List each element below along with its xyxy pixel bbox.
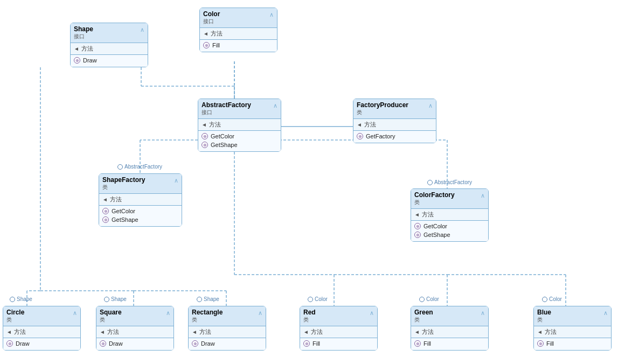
- square-header: Square 类 ∧: [96, 306, 173, 326]
- square-connector-circle: [104, 297, 109, 302]
- abstractfactory-section-header: ◄ 方法: [202, 120, 277, 129]
- blue-method-fill: ⊕ Fill: [537, 339, 608, 348]
- abstractfactory-section-arrow: ◄: [202, 122, 207, 128]
- red-section-header: ◄ 方法: [303, 327, 374, 337]
- square-methods: ⊕ Draw: [96, 338, 173, 350]
- abstractfactory-collapse-icon[interactable]: ∧: [273, 102, 277, 109]
- color-collapse-icon[interactable]: ∧: [269, 11, 274, 18]
- factoryproducer-method-getfactory: ⊕ GetFactory: [357, 132, 433, 141]
- colorfactory-connector-label: AbstractFactory: [427, 179, 472, 185]
- rectangle-type: 类: [192, 316, 223, 324]
- factoryproducer-header-text: FactoryProducer 类: [357, 101, 408, 116]
- blue-fill-icon: ⊕: [537, 340, 544, 347]
- shapefactory-collapse-icon[interactable]: ∧: [174, 177, 178, 184]
- circle-header: Circle 类 ∧: [3, 306, 80, 326]
- diagram-canvas: Shape 接口 ∧ ◄ 方法 ⊕ Draw Color 接口 ∧: [0, 0, 618, 364]
- abstractfactory-getcolor-label: GetColor: [211, 133, 234, 139]
- red-methods: ⊕ Fill: [300, 338, 377, 350]
- factoryproducer-methods: ⊕ GetFactory: [353, 131, 436, 143]
- green-collapse-icon[interactable]: ∧: [481, 310, 485, 317]
- color-header: Color 接口 ∧: [200, 8, 277, 28]
- square-section: ◄ 方法: [96, 326, 173, 338]
- red-type: 类: [303, 316, 316, 324]
- shapefactory-section-arrow: ◄: [102, 197, 108, 202]
- circle-methods: ⊕ Draw: [3, 338, 80, 350]
- rectangle-box: Rectangle 类 ∧ ◄ 方法 ⊕ Draw: [188, 306, 266, 351]
- rectangle-methods: ⊕ Draw: [189, 338, 266, 350]
- color-section-label: 方法: [211, 30, 223, 38]
- factoryproducer-title: FactoryProducer: [357, 101, 408, 109]
- colorfactory-section-label: 方法: [422, 211, 434, 219]
- factoryproducer-header: FactoryProducer 类 ∧: [353, 99, 436, 119]
- green-section: ◄ 方法: [411, 326, 488, 338]
- rectangle-header-text: Rectangle 类: [192, 309, 223, 324]
- shape-section-arrow: ◄: [74, 46, 79, 52]
- shape-section-label: 方法: [81, 45, 93, 53]
- color-box: Color 接口 ∧ ◄ 方法 ⊕ Fill: [199, 8, 277, 52]
- blue-collapse-icon[interactable]: ∧: [603, 310, 608, 317]
- shape-section-header: ◄ 方法: [74, 44, 144, 53]
- circle-section-header: ◄ 方法: [6, 327, 77, 337]
- square-header-text: Square 类: [100, 309, 122, 324]
- green-box: Green 类 ∧ ◄ 方法 ⊕ Fill: [411, 306, 489, 351]
- color-fill-label: Fill: [212, 42, 220, 48]
- colorfactory-connector-text: AbstractFactory: [434, 179, 472, 185]
- square-box: Square 类 ∧ ◄ 方法 ⊕ Draw: [96, 306, 174, 351]
- shape-collapse-icon[interactable]: ∧: [140, 26, 144, 33]
- green-section-arrow: ◄: [414, 329, 420, 335]
- green-connector-label: Color: [419, 296, 439, 302]
- red-connector-circle: [308, 297, 313, 302]
- square-collapse-icon[interactable]: ∧: [166, 310, 170, 317]
- shape-box: Shape 接口 ∧ ◄ 方法 ⊕ Draw: [70, 23, 148, 67]
- green-fill-label: Fill: [423, 340, 431, 347]
- factoryproducer-section: ◄ 方法: [353, 119, 436, 131]
- shapefactory-header: ShapeFactory 类 ∧: [99, 174, 182, 194]
- rectangle-section-arrow: ◄: [192, 329, 197, 335]
- abstractfactory-header: AbstractFactory 接口 ∧: [198, 99, 281, 119]
- blue-section-label: 方法: [545, 328, 557, 336]
- rectangle-draw-icon: ⊕: [192, 340, 198, 347]
- circle-collapse-icon[interactable]: ∧: [73, 310, 77, 317]
- red-connector-text: Color: [315, 296, 328, 302]
- abstractfactory-title: AbstractFactory: [202, 101, 251, 109]
- factoryproducer-box: FactoryProducer 类 ∧ ◄ 方法 ⊕ GetFactory: [353, 99, 436, 143]
- rectangle-connector-label: Shape: [197, 296, 219, 302]
- circle-type: 类: [6, 316, 24, 324]
- red-section-arrow: ◄: [303, 329, 309, 335]
- abstractfactory-methods: ⊕ GetColor ⊕ GetShape: [198, 131, 281, 151]
- shapefactory-header-text: ShapeFactory 类: [102, 176, 145, 191]
- square-section-header: ◄ 方法: [100, 327, 170, 337]
- abstractfactory-getshape-icon: ⊕: [202, 142, 208, 148]
- red-box: Red 类 ∧ ◄ 方法 ⊕ Fill: [300, 306, 378, 351]
- color-methods: ⊕ Fill: [200, 40, 277, 52]
- shapefactory-connector-text: AbstractFactory: [124, 164, 162, 170]
- square-connector-label: Shape: [104, 296, 127, 302]
- shapefactory-section-label: 方法: [110, 195, 122, 204]
- colorfactory-collapse-icon[interactable]: ∧: [481, 192, 485, 199]
- colorfactory-getshape-icon: ⊕: [414, 232, 421, 238]
- colorfactory-method-getshape: ⊕ GetShape: [414, 230, 485, 239]
- blue-type: 类: [537, 316, 551, 324]
- red-collapse-icon[interactable]: ∧: [370, 310, 374, 317]
- square-title: Square: [100, 309, 122, 316]
- abstractfactory-section-label: 方法: [209, 121, 221, 129]
- colorfactory-header-text: ColorFactory 类: [414, 191, 455, 206]
- shape-type: 接口: [74, 33, 93, 40]
- blue-box: Blue 类 ∧ ◄ 方法 ⊕ Fill: [533, 306, 612, 351]
- colorfactory-section-arrow: ◄: [414, 212, 420, 218]
- shapefactory-type: 类: [102, 184, 145, 191]
- blue-section: ◄ 方法: [534, 326, 611, 338]
- factoryproducer-collapse-icon[interactable]: ∧: [428, 102, 433, 109]
- factoryproducer-getfactory-label: GetFactory: [366, 133, 395, 139]
- abstractfactory-method-getshape: ⊕ GetShape: [202, 141, 277, 149]
- colorfactory-getcolor-label: GetColor: [423, 223, 447, 229]
- shapefactory-getshape-icon: ⊕: [102, 216, 109, 223]
- rectangle-section-label: 方法: [199, 328, 211, 336]
- blue-section-header: ◄ 方法: [537, 327, 608, 337]
- rectangle-collapse-icon[interactable]: ∧: [258, 310, 262, 317]
- shape-draw-icon: ⊕: [74, 57, 80, 64]
- colorfactory-title: ColorFactory: [414, 191, 455, 199]
- color-header-text: Color 接口: [203, 10, 220, 25]
- rectangle-title: Rectangle: [192, 309, 223, 316]
- green-section-label: 方法: [422, 328, 434, 336]
